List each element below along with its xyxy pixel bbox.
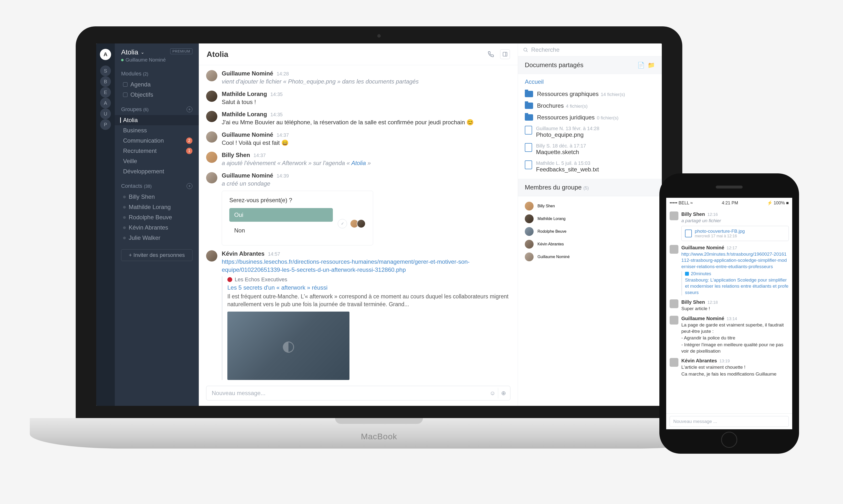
sidebar-contact-item[interactable]: Julie Walker xyxy=(115,233,199,243)
add-file-icon[interactable]: 📄 xyxy=(638,62,645,69)
message: Kévin Abrantes14:57https://business.lese… xyxy=(206,248,510,382)
phone-screen: ••••• BELL ≈ 4:21 PM ⚡ 100% ■ Billy Shen… xyxy=(666,198,792,429)
sidebar-contact-item[interactable]: Rodolphe Beuve xyxy=(115,212,199,222)
avatar xyxy=(206,70,217,81)
folder-icon xyxy=(525,91,533,97)
laptop-notch xyxy=(335,418,423,424)
phone-msg-author: Kévin Abrantes xyxy=(681,358,717,364)
invite-button[interactable]: + Inviter des personnes xyxy=(121,249,193,261)
message: Billy Shen14:37a ajouté l'évènement « Af… xyxy=(206,149,510,170)
file-item[interactable]: Mathilde L. 5 juil. à 15:03Feedbacks_sit… xyxy=(525,158,655,175)
svg-point-2 xyxy=(524,48,527,51)
sidebar-group-item[interactable]: Atolia xyxy=(115,115,199,125)
folder-item[interactable]: Brochures 4 fichier(s) xyxy=(525,100,655,112)
workspace-avatar-main[interactable]: A xyxy=(100,49,111,60)
workspace-rail: A SBEAUP xyxy=(96,43,115,406)
phone-message: Kévin Abrantes13:19L'article est vraimen… xyxy=(670,356,789,379)
phone-message: Guillaume Nominé12:17http://www.20minute… xyxy=(670,243,789,298)
add-folder-icon[interactable]: 📁 xyxy=(648,62,655,69)
sidebar-group-item[interactable]: Veille xyxy=(115,156,199,166)
poll-option[interactable]: Oui xyxy=(229,208,333,222)
member-item[interactable]: Rodolphe Beuve xyxy=(525,225,655,238)
phone-attachment[interactable]: photo-couverture-FB.jpgmercredi 17 mai à… xyxy=(681,226,789,241)
phone-status-bar: ••••• BELL ≈ 4:21 PM ⚡ 100% ■ xyxy=(666,198,792,208)
panel-toggle-icon[interactable] xyxy=(500,49,510,59)
avatar xyxy=(206,91,217,102)
documents-title: Documents partagés xyxy=(525,61,584,69)
link-preview[interactable]: Les Echos ExecutivesLes 5 secrets d'un «… xyxy=(222,276,510,380)
phone-link-preview[interactable]: 20minutesStrasbourg: L'application Scole… xyxy=(681,271,789,296)
phone-speaker xyxy=(716,185,742,188)
avatar xyxy=(525,252,534,261)
add-contact-icon[interactable]: + xyxy=(186,183,193,189)
workspace-rail-item[interactable]: P xyxy=(100,119,111,130)
app-window: A SBEAUP Atolia ⌄ Guillaume Nominé xyxy=(96,43,662,406)
messages-list[interactable]: Guillaume Nominé14:28vient d'ajouter le … xyxy=(199,65,518,382)
phone-link[interactable]: http://www.20minutes.fr/strasbourg/19600… xyxy=(681,252,787,269)
file-icon xyxy=(525,160,532,169)
phone-home-button[interactable] xyxy=(721,432,737,448)
folder-icon xyxy=(525,103,533,109)
workspace-rail-item[interactable]: S xyxy=(100,66,111,76)
add-group-icon[interactable]: + xyxy=(186,106,193,112)
sidebar-header: Atolia ⌄ Guillaume Nominé PREMIUM xyxy=(115,43,199,66)
emoji-icon[interactable]: ☺ xyxy=(487,388,498,398)
phone-composer: Nouveau message ... xyxy=(666,413,792,429)
source-icon xyxy=(227,277,232,282)
file-icon xyxy=(685,230,692,237)
phone-message: Billy Shen12:16a partagé un fichierphoto… xyxy=(670,210,789,243)
message-link[interactable]: https://business.lesechos.fr/directions-… xyxy=(222,258,470,273)
sidebar-module-item[interactable]: Agenda xyxy=(115,79,199,90)
sidebar-contact-item[interactable]: Mathilde Lorang xyxy=(115,202,199,212)
chat-column: Atolia Guillaume Nominé14:28vient d'ajou… xyxy=(199,43,518,406)
sidebar-contact-item[interactable]: Billy Shen xyxy=(115,192,199,202)
members-panel: Membres du groupe (5) Billy ShenMathilde… xyxy=(518,179,662,267)
workspace-name[interactable]: Atolia ⌄ xyxy=(121,48,144,56)
sidebar-group-item[interactable]: Business xyxy=(115,125,199,136)
avatar xyxy=(670,245,678,254)
folder-item[interactable]: Ressources juridiques 0 fichier(s) xyxy=(525,112,655,123)
message-author: Guillaume Nominé xyxy=(222,131,273,138)
workspace-rail-item[interactable]: U xyxy=(100,108,111,119)
call-icon[interactable] xyxy=(486,49,496,59)
laptop-brand: MacBook xyxy=(361,432,397,441)
composer-input[interactable] xyxy=(212,390,487,397)
sidebar-module-item[interactable]: Objectifs xyxy=(115,90,199,100)
svg-line-3 xyxy=(526,51,528,52)
phone-composer-input[interactable]: Nouveau message ... xyxy=(670,416,789,427)
poll-question: Serez-vous présent(e) ? xyxy=(229,197,365,204)
message-time: 14:28 xyxy=(277,71,289,77)
file-item[interactable]: Guillaume N. 13 févr. à 14:28Photo_equip… xyxy=(525,123,655,141)
sidebar-group-item[interactable]: Recrutement1 xyxy=(115,146,199,156)
contact-status-icon xyxy=(123,237,126,239)
search-input[interactable]: Recherche xyxy=(523,47,657,53)
attach-plus-icon[interactable]: ⊕ xyxy=(498,388,509,398)
member-item[interactable]: Kévin Abrantes xyxy=(525,238,655,251)
phone-msg-author: Billy Shen xyxy=(681,212,705,217)
phone-msg-author: Guillaume Nominé xyxy=(681,316,724,321)
member-item[interactable]: Mathilde Lorang xyxy=(525,213,655,225)
member-item[interactable]: Billy Shen xyxy=(525,200,655,213)
svg-rect-0 xyxy=(503,52,507,56)
laptop-frame: A SBEAUP Atolia ⌄ Guillaume Nominé xyxy=(76,26,682,458)
sidebar-contacts: Contacts (38) + Billy ShenMathilde Loran… xyxy=(115,179,199,245)
message-link[interactable]: Atolia xyxy=(351,160,366,166)
documents-home-link[interactable]: Accueil xyxy=(525,77,655,88)
file-item[interactable]: Billy S. 18 déc. à 17:17Maquette.sketch xyxy=(525,141,655,158)
poll-option[interactable]: Non xyxy=(229,224,333,237)
message-author: Mathilde Lorang xyxy=(222,91,267,97)
sidebar-group-item[interactable]: Développement xyxy=(115,166,199,177)
workspace-rail-item[interactable]: A xyxy=(100,98,111,108)
poll-submit-icon[interactable]: ✓ xyxy=(338,219,347,228)
message-time: 14:37 xyxy=(253,152,266,158)
link-image: ◐ xyxy=(227,311,349,380)
workspace-rail-item[interactable]: E xyxy=(100,87,111,98)
phone-messages[interactable]: Billy Shen12:16a partagé un fichierphoto… xyxy=(666,208,792,413)
message: Mathilde Lorang14:35J'ai eu Mme Bouvier … xyxy=(206,108,510,129)
folder-item[interactable]: Ressources graphiques 14 fichier(s) xyxy=(525,88,655,100)
sidebar-contact-item[interactable]: Kévin Abrantes xyxy=(115,222,199,233)
member-item[interactable]: Guillaume Nominé xyxy=(525,251,655,263)
phone-msg-time: 12:18 xyxy=(707,300,718,305)
sidebar-group-item[interactable]: Communication2 xyxy=(115,136,199,146)
workspace-rail-item[interactable]: B xyxy=(100,76,111,87)
